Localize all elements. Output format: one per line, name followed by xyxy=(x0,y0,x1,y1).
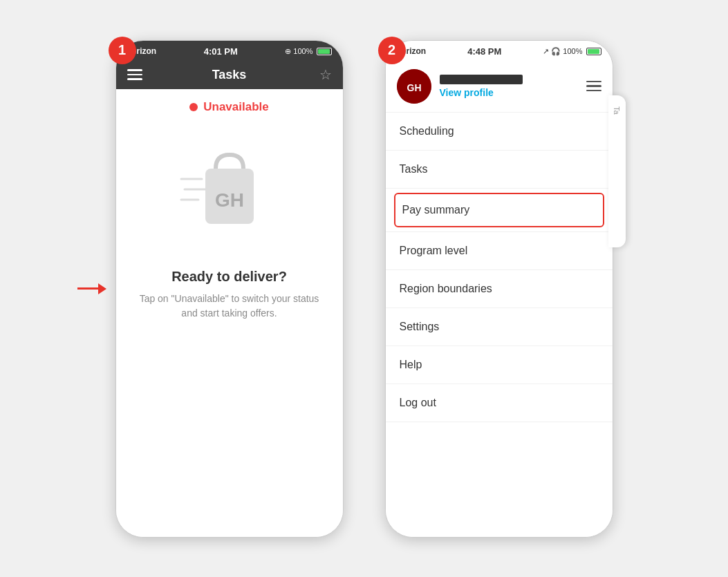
battery-bar xyxy=(317,48,332,55)
phone2: Verizon 4:48 PM ↗ 🎧 100% xyxy=(385,40,613,538)
svg-text:GH: GH xyxy=(407,82,421,93)
phone2-time: 4:48 PM xyxy=(467,46,501,57)
unavailable-status[interactable]: Unavailable xyxy=(189,100,269,114)
hamburger-button[interactable] xyxy=(127,69,142,80)
phone-behind-glimpse: Ta xyxy=(608,95,626,247)
menu-item-region-boundaries[interactable]: Region boundaries xyxy=(386,270,613,308)
ready-subtitle: Tap on "Unavailable" to switch your stat… xyxy=(116,292,343,321)
behind-label: Ta xyxy=(613,106,621,115)
phone2-status-bar: Verizon 4:48 PM ↗ 🎧 100% xyxy=(386,41,613,61)
menu-item-scheduling[interactable]: Scheduling xyxy=(386,113,613,151)
step1-badge: 1 xyxy=(109,37,136,64)
phone2-hamburger[interactable] xyxy=(586,81,601,92)
headphone-icon: 🎧 xyxy=(551,47,561,56)
avatar-name-redacted xyxy=(440,75,523,84)
status-dot xyxy=(189,103,198,111)
battery-text: 100% xyxy=(293,47,312,55)
phone1-content: Unavailable GH xyxy=(116,89,343,537)
ready-title: Ready to deliver? xyxy=(171,269,287,285)
menu-item-logout[interactable]: Log out xyxy=(386,384,613,422)
gh-logo-area: GH xyxy=(167,131,292,255)
menu-item-program-level[interactable]: Program level xyxy=(386,232,613,270)
nav-title: Tasks xyxy=(212,68,247,82)
arrow-icon: ↗ xyxy=(543,47,549,56)
phone1-nav-bar: Tasks ☆ xyxy=(116,61,343,89)
step2-badge: 2 xyxy=(378,37,406,64)
avatar: GH xyxy=(397,69,431,104)
location-icon: ⊕ xyxy=(285,47,291,56)
phone1-battery: ⊕ 100% xyxy=(285,47,331,56)
menu-item-tasks[interactable]: Tasks xyxy=(386,151,613,189)
menu-item-pay-summary-wrapper[interactable]: Pay summary xyxy=(386,189,613,232)
menu-list: Scheduling Tasks Pay summary Program lev… xyxy=(386,113,613,537)
avatar-container: GH View profile xyxy=(397,69,523,104)
phone2-header: GH View profile xyxy=(386,61,613,113)
view-profile-link[interactable]: View profile xyxy=(440,87,523,98)
menu-item-settings[interactable]: Settings xyxy=(386,308,613,346)
phone1: Verizon 4:01 PM ⊕ 100% Tasks ☆ xyxy=(115,40,344,538)
phone2-battery-text: 100% xyxy=(563,47,582,55)
gh-bag-illustration: GH xyxy=(178,138,281,248)
menu-item-help[interactable]: Help xyxy=(386,346,613,384)
phone2-battery-area: ↗ 🎧 100% xyxy=(543,47,601,56)
battery-bar2 xyxy=(586,48,601,55)
phone1-status-bar: Verizon 4:01 PM ⊕ 100% xyxy=(116,41,343,61)
unavailable-label: Unavailable xyxy=(203,100,269,114)
arrow-indicator xyxy=(77,283,106,294)
avatar-info: View profile xyxy=(440,75,523,98)
star-icon[interactable]: ☆ xyxy=(319,66,332,83)
phone1-time: 4:01 PM xyxy=(204,46,238,57)
menu-item-pay-summary[interactable]: Pay summary xyxy=(394,193,604,227)
svg-text:GH: GH xyxy=(215,189,244,211)
